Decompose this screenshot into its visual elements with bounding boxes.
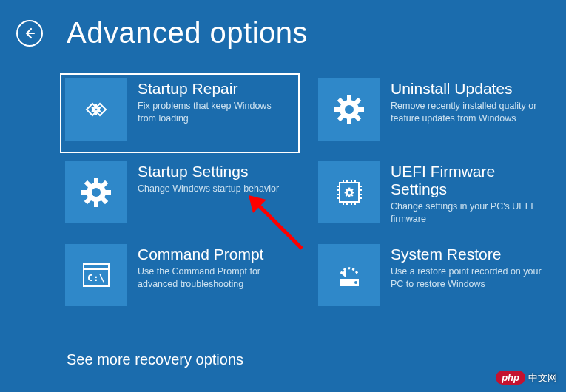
see-more-options-link[interactable]: See more recovery options	[67, 351, 243, 368]
tile-title: System Restore	[391, 246, 545, 263]
svg-line-6	[99, 107, 101, 109]
gear-icon	[318, 78, 380, 141]
watermark: php 中文网	[496, 371, 557, 385]
svg-point-53	[348, 191, 351, 194]
tile-startup-settings[interactable]: Startup Settings Change Windows startup …	[64, 160, 296, 232]
svg-rect-8	[347, 95, 351, 101]
tile-title: Command Prompt	[138, 246, 292, 263]
svg-rect-47	[345, 192, 347, 193]
tile-title: Startup Repair	[138, 80, 292, 98]
svg-rect-46	[348, 195, 350, 197]
tile-system-restore[interactable]: System Restore Use a restore point recor…	[317, 243, 549, 315]
svg-rect-19	[94, 201, 98, 207]
back-button[interactable]	[16, 20, 43, 47]
tile-desc: Use the Command Prompt for advanced trou…	[138, 266, 292, 291]
tile-uninstall-updates[interactable]: Uninstall Updates Remove recently instal…	[317, 77, 549, 149]
tile-title: Uninstall Updates	[391, 80, 545, 98]
svg-point-58	[354, 281, 357, 284]
page-title: Advanced options	[67, 16, 308, 50]
tile-title: UEFI Firmware Settings	[391, 163, 545, 198]
restore-icon	[318, 244, 380, 306]
cmd-icon: C:\	[65, 244, 127, 306]
svg-line-3	[92, 107, 94, 109]
svg-rect-21	[105, 190, 111, 195]
options-grid: Startup Repair Fix problems that keep Wi…	[64, 77, 549, 315]
svg-line-4	[99, 111, 101, 112]
svg-rect-9	[347, 118, 351, 124]
tile-command-prompt[interactable]: C:\ Command Prompt Use the Command Promp…	[64, 243, 296, 315]
chip-icon	[318, 161, 380, 223]
tile-desc: Remove recently installed quality or fea…	[391, 100, 545, 125]
tile-title: Startup Settings	[138, 163, 279, 180]
tile-uefi-firmware[interactable]: UEFI Firmware Settings Change settings i…	[317, 160, 549, 232]
watermark-brand: php	[496, 371, 525, 385]
svg-marker-59	[341, 270, 346, 277]
svg-rect-11	[358, 107, 364, 112]
repair-icon	[65, 78, 127, 141]
svg-rect-18	[94, 178, 98, 183]
svg-rect-45	[348, 188, 350, 190]
svg-point-26	[92, 188, 101, 197]
svg-point-16	[345, 105, 354, 114]
tile-desc: Change settings in your PC's UEFI firmwa…	[391, 200, 545, 226]
tile-desc: Fix problems that keep Windows from load…	[138, 100, 292, 125]
back-arrow-icon	[22, 26, 37, 41]
tile-desc: Use a restore point recorded on your PC …	[391, 266, 545, 291]
svg-line-5	[92, 111, 94, 112]
gear-icon	[65, 161, 127, 223]
svg-rect-10	[334, 107, 340, 112]
tile-startup-repair[interactable]: Startup Repair Fix problems that keep Wi…	[64, 77, 296, 149]
tile-desc: Change Windows startup behavior	[138, 183, 279, 195]
svg-rect-20	[81, 190, 87, 195]
svg-rect-48	[352, 192, 354, 193]
watermark-text: 中文网	[528, 371, 557, 385]
svg-text:C:\: C:\	[87, 272, 105, 283]
